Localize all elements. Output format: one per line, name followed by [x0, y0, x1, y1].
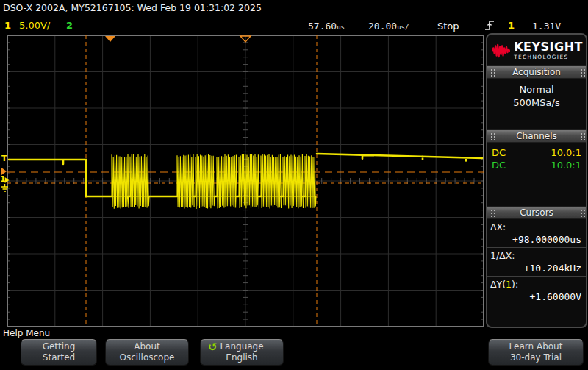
waveform-display[interactable]: [7, 35, 484, 327]
drag-grip-icon: [581, 69, 582, 71]
softkey-label: Oscilloscope: [106, 352, 188, 363]
status-row: 1 5.00V/ 2 57.60us 20.00us/ Stop 1 1.31V: [0, 18, 588, 33]
drag-grip-icon: [581, 210, 582, 211]
softkey-label: Started: [21, 352, 96, 363]
softkey-language[interactable]: ↺ Language English: [200, 339, 284, 366]
drag-grip-icon: [491, 69, 492, 71]
channels-header[interactable]: Channels: [487, 129, 586, 143]
softkey-getting-started[interactable]: Getting Started: [21, 339, 97, 366]
channel1-scale[interactable]: 5.00V/: [19, 20, 50, 31]
cursor-dy: ΔY(1): +1.60000V: [487, 277, 586, 305]
acquisition-mode: Normal: [487, 83, 586, 96]
dy-label: ΔY(1):: [490, 279, 583, 290]
softkey-label: 30-day Trial: [489, 352, 583, 363]
channel1-coupling: DC: [492, 147, 506, 158]
delay-readout: 57.60us: [308, 21, 345, 32]
channels-panel: DC 10.0:1 DC 10.0:1: [487, 143, 586, 206]
drag-grip-icon: [491, 133, 492, 135]
drag-grip-icon: [581, 133, 582, 135]
ground-symbol-icon: [1, 184, 9, 193]
instrument-title: DSO-X 2002A, MY52167105: Wed Feb 19 01:3…: [3, 2, 262, 13]
drag-grip-icon: [491, 210, 492, 211]
cursors-header[interactable]: Cursors: [487, 206, 586, 219]
trigger-level: 1.31V: [532, 21, 561, 32]
softkey-label: Getting: [21, 341, 96, 352]
dy-value: +1.60000V: [490, 290, 583, 303]
channel2-row: DC 10.0:1: [487, 159, 586, 171]
channel1-trace-burst: [112, 154, 316, 209]
timebase-readout: 20.00us/: [368, 21, 409, 32]
run-state: Stop: [437, 21, 459, 32]
logo-sub-text: TECHNOLOGIES: [514, 54, 583, 60]
logo-brand-text: KEYSIGHT: [514, 41, 583, 53]
menu-title: Help Menu: [3, 328, 50, 338]
sample-rate: 500MSa/s: [487, 96, 586, 110]
waveform-svg: [7, 35, 484, 327]
cursors-title: Cursors: [520, 207, 553, 218]
acquisition-header[interactable]: Acquisition: [487, 65, 586, 79]
sidebar: KEYSIGHT TECHNOLOGIES Acquisition Normal…: [486, 33, 587, 328]
cursors-panel: ΔX: +98.000000us 1/ΔX: +10.204kHz ΔY(1):…: [487, 219, 586, 327]
channel2-probe: 10.0:1: [551, 160, 581, 171]
softkey-label: English: [201, 352, 283, 363]
cursor-invdx: 1/ΔX: +10.204kHz: [487, 248, 586, 277]
trigger-level-marker[interactable]: T: [1, 155, 7, 163]
trigger-source: 1: [508, 20, 514, 31]
dx-label: ΔX:: [490, 221, 583, 232]
softkey-learn-about-trial[interactable]: Learn About 30-day Trial: [488, 339, 584, 366]
channel1-probe: 10.0:1: [551, 147, 581, 158]
keysight-logo: KEYSIGHT TECHNOLOGIES: [487, 35, 586, 65]
channels-title: Channels: [516, 131, 557, 141]
oscilloscope-screen: DSO-X 2002A, MY52167105: Wed Feb 19 01:3…: [0, 0, 588, 370]
language-refresh-icon: ↺: [208, 342, 218, 353]
channel1-row: DC 10.0:1: [487, 146, 586, 159]
dx-value: +98.000000us: [490, 232, 583, 246]
softkey-about-oscilloscope[interactable]: About Oscilloscope: [105, 339, 189, 366]
rising-edge-trigger-icon: [485, 20, 495, 32]
acquisition-panel: Normal 500MSa/s: [487, 79, 586, 129]
channel2-coupling: DC: [492, 160, 506, 171]
invdx-label: 1/ΔX:: [490, 250, 583, 261]
channel1-ground-arrow: [5, 177, 10, 183]
softkey-label: Learn About: [489, 341, 583, 352]
keysight-logo-icon: [492, 40, 510, 62]
cursor-dx: ΔX: +98.000000us: [487, 219, 586, 248]
invdx-value: +10.204kHz: [490, 261, 583, 274]
trigger-position-marker[interactable]: [105, 36, 115, 42]
channel1-badge[interactable]: 1: [4, 20, 11, 31]
channel2-badge[interactable]: 2: [66, 20, 73, 31]
acquisition-title: Acquisition: [512, 67, 561, 77]
softkey-label: About: [106, 341, 188, 352]
